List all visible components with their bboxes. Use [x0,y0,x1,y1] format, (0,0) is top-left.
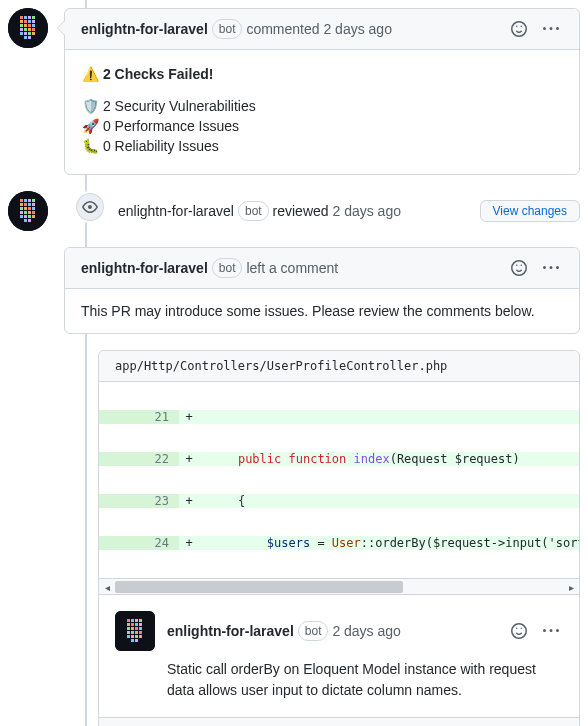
code-line: { [199,494,579,508]
svg-rect-45 [28,219,31,222]
svg-rect-7 [28,20,31,23]
performance-text: 0 Performance Issues [103,118,239,134]
view-changes-button[interactable]: View changes [480,200,581,222]
svg-rect-38 [28,211,31,214]
svg-rect-29 [24,203,27,206]
svg-rect-26 [28,199,31,202]
author-link[interactable]: enlightn-for-laravel [81,21,208,37]
svg-rect-39 [32,211,35,214]
svg-rect-54 [139,623,142,626]
comment-time[interactable]: 2 days ago [323,21,392,37]
kebab-menu-icon[interactable] [539,17,563,41]
bot-badge: bot [212,258,243,278]
review-verb: reviewed [273,203,329,219]
svg-rect-37 [24,211,27,214]
svg-rect-57 [135,627,138,630]
svg-rect-35 [32,207,35,210]
author-link[interactable]: enlightn-for-laravel [81,260,208,276]
diff-table: 21+ 22+ public function index(Request $r… [99,382,579,578]
review-summary-box: enlightn-for-laravel bot left a comment … [64,247,580,334]
svg-rect-63 [127,635,130,638]
svg-rect-11 [28,24,31,27]
emoji-react-icon[interactable] [507,17,531,41]
line-number: 22 [99,452,179,466]
svg-rect-27 [32,199,35,202]
bug-icon: 🐛 [81,138,99,154]
inline-comment: enlightn-for-laravel bot 2 days ago Stat… [99,594,579,717]
svg-rect-9 [20,24,23,27]
svg-rect-21 [24,36,27,39]
svg-rect-58 [139,627,142,630]
kebab-menu-icon[interactable] [539,256,563,280]
avatar[interactable] [115,611,155,651]
warning-icon: ⚠️ [81,66,99,82]
file-diff-box: app/Http/Controllers/UserProfileControll… [98,350,580,726]
svg-rect-43 [32,215,35,218]
svg-rect-60 [131,631,134,634]
author-link[interactable]: enlightn-for-laravel [167,623,294,639]
code-line [199,410,579,424]
svg-rect-6 [24,20,27,23]
code-line: public function index(Request $request) [199,452,579,466]
avatar[interactable] [8,8,48,48]
scroll-left-icon[interactable]: ◂ [99,579,115,594]
file-path[interactable]: app/Http/Controllers/UserProfileControll… [99,351,579,382]
reliability-text: 0 Reliability Issues [103,138,219,154]
checks-failed-text: 2 Checks Failed! [103,66,214,82]
line-number: 21 [99,410,179,424]
svg-rect-19 [28,32,31,35]
emoji-react-icon[interactable] [507,256,531,280]
bot-badge: bot [212,19,243,39]
svg-rect-59 [127,631,130,634]
svg-rect-18 [24,32,27,35]
svg-rect-40 [20,215,23,218]
inline-comment-body: Static call orderBy on Eloquent Model in… [167,659,563,701]
comment-box: enlightn-for-laravel bot commented 2 day… [64,8,580,175]
review-eye-icon [74,191,106,223]
svg-rect-36 [20,211,23,214]
svg-rect-22 [28,36,31,39]
svg-rect-42 [28,215,31,218]
emoji-react-icon[interactable] [507,619,531,643]
comment-header: enlightn-for-laravel bot left a comment [65,248,579,289]
svg-rect-48 [131,619,134,622]
author-link[interactable]: enlightn-for-laravel [118,203,234,219]
scroll-right-icon[interactable]: ▸ [563,579,579,594]
svg-rect-65 [135,635,138,638]
svg-rect-55 [127,627,130,630]
svg-rect-12 [32,24,35,27]
svg-rect-66 [139,635,142,638]
svg-rect-41 [24,215,27,218]
avatar[interactable] [8,191,48,231]
code-line: $users = User::orderBy($request->input('… [199,536,579,550]
svg-rect-64 [131,635,134,638]
svg-rect-47 [127,619,130,622]
svg-rect-61 [135,631,138,634]
svg-rect-34 [28,207,31,210]
svg-rect-33 [24,207,27,210]
inline-comment-time[interactable]: 2 days ago [332,623,401,639]
security-text: 2 Security Vulnerabilities [103,98,256,114]
svg-rect-2 [24,16,27,19]
comment-body: ⚠️ 2 Checks Failed! 🛡️ 2 Security Vulner… [65,50,579,174]
line-number: 23 [99,494,179,508]
kebab-menu-icon[interactable] [539,619,563,643]
horizontal-scrollbar[interactable]: ◂ ▸ [99,578,579,594]
svg-rect-52 [131,623,134,626]
bot-badge: bot [298,621,329,641]
scroll-thumb[interactable] [115,581,403,593]
svg-rect-15 [28,28,31,31]
svg-rect-67 [131,639,134,642]
shield-icon: 🛡️ [81,98,99,114]
svg-rect-31 [32,203,35,206]
svg-rect-53 [135,623,138,626]
reply-row: Reply... [99,717,579,726]
svg-rect-56 [131,627,134,630]
svg-rect-4 [32,16,35,19]
svg-rect-3 [28,16,31,19]
svg-rect-10 [24,24,27,27]
rocket-icon: 🚀 [81,118,99,134]
review-time[interactable]: 2 days ago [332,203,401,219]
svg-rect-28 [20,203,23,206]
svg-rect-30 [28,203,31,206]
